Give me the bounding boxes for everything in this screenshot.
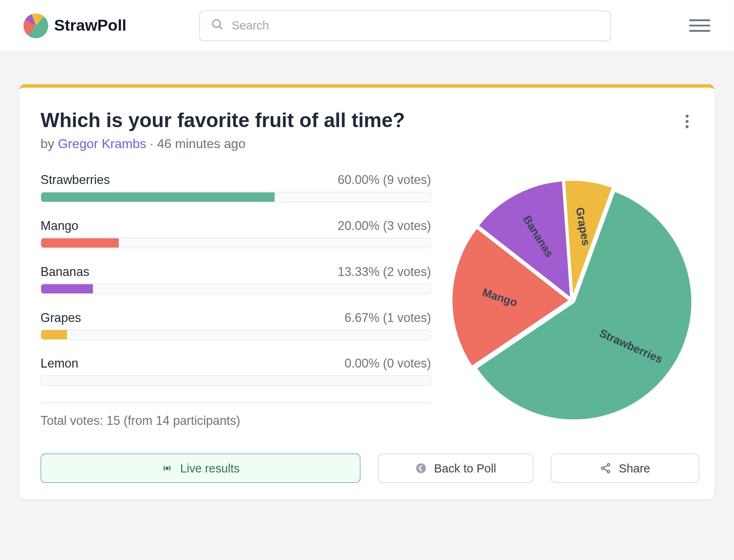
result-bar: Lemon0.00% (0 votes): [41, 357, 431, 386]
svg-line-7: [604, 465, 608, 468]
option-value: 0.00% (0 votes): [344, 357, 431, 371]
pie-chart: StrawberriesMangoBananasGrapes: [452, 180, 693, 421]
search-input[interactable]: [231, 19, 600, 33]
svg-point-3: [416, 463, 426, 473]
option-label: Bananas: [41, 265, 90, 279]
search-icon: [211, 18, 223, 33]
svg-line-8: [604, 469, 608, 471]
topbar: StrawPoll: [0, 0, 734, 52]
more-options-icon[interactable]: [682, 111, 692, 132]
brand-logo[interactable]: StrawPoll: [23, 13, 126, 38]
poll-author-link[interactable]: Gregor Krambs: [58, 136, 146, 151]
bar-fill: [41, 330, 67, 339]
result-bar: Strawberries60.00% (9 votes): [41, 173, 431, 203]
poll-time-ago: 46 minutes ago: [157, 136, 245, 151]
poll-card: Which is your favorite fruit of all time…: [19, 84, 714, 499]
back-to-poll-button[interactable]: Back to Poll: [378, 453, 533, 483]
bar-track: [41, 375, 431, 386]
broadcast-icon: [161, 462, 173, 474]
option-value: 13.33% (2 votes): [338, 265, 431, 279]
separator: [41, 402, 431, 403]
option-label: Mango: [41, 219, 79, 233]
brand-name: StrawPoll: [54, 17, 126, 35]
option-label: Lemon: [41, 357, 79, 371]
option-value: 6.67% (1 votes): [344, 311, 431, 325]
poll-meta: by Gregor Krambs · 46 minutes ago: [41, 136, 693, 152]
bar-fill: [41, 238, 119, 247]
svg-point-2: [166, 467, 168, 469]
search-container: [199, 10, 611, 41]
option-value: 60.00% (9 votes): [338, 173, 431, 187]
bar-track: [41, 329, 431, 340]
bar-track: [41, 192, 431, 202]
share-button[interactable]: Share: [551, 453, 699, 483]
bar-track: [41, 238, 431, 248]
share-label: Share: [619, 462, 650, 475]
action-buttons: Live results Back to Poll Share: [41, 453, 693, 483]
result-bar: Mango20.00% (3 votes): [41, 219, 431, 248]
search-field[interactable]: [199, 10, 611, 41]
option-label: Grapes: [41, 311, 81, 325]
bar-track: [41, 284, 431, 294]
live-results-label: Live results: [180, 462, 240, 475]
meta-prefix: by: [41, 136, 58, 151]
arrow-left-circle-icon: [415, 462, 427, 474]
meta-separator: ·: [146, 136, 157, 151]
totals-text: Total votes: 15 (from 14 participants): [41, 414, 431, 428]
logo-pie-icon: [23, 13, 48, 38]
bar-fill: [41, 192, 275, 202]
bar-fill: [41, 284, 93, 293]
hamburger-menu-icon[interactable]: [689, 15, 710, 36]
option-label: Strawberries: [41, 173, 110, 187]
back-label: Back to Poll: [434, 462, 496, 475]
option-value: 20.00% (3 votes): [338, 219, 431, 233]
pie-chart-column: StrawberriesMangoBananasGrapes: [451, 173, 693, 428]
results-bars: Strawberries60.00% (9 votes)Mango20.00% …: [41, 173, 431, 428]
result-bar: Grapes6.67% (1 votes): [41, 311, 431, 340]
share-icon: [600, 462, 612, 474]
result-bar: Bananas13.33% (2 votes): [41, 265, 431, 294]
poll-title: Which is your favorite fruit of all time…: [41, 109, 693, 132]
svg-line-1: [219, 27, 222, 29]
live-results-button[interactable]: Live results: [41, 453, 361, 483]
